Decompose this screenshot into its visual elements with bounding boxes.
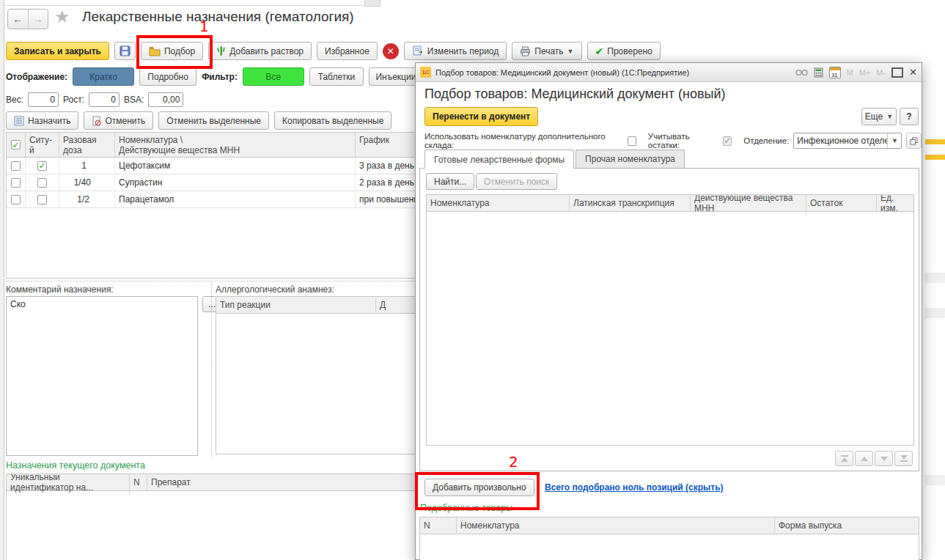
forward-button[interactable]: → [29,10,48,29]
cancel-button[interactable]: Отменить [84,111,153,130]
move-up-button[interactable] [855,451,873,466]
tab-ready-forms[interactable]: Готовые лекарственные формы [424,150,574,169]
bg-gray-fragment-1 [925,273,945,283]
more-caret-icon: ▼ [886,113,893,120]
find-button[interactable]: Найти... [426,173,474,190]
more-button[interactable]: Еще ▼ [861,108,897,125]
memory-mminus-button[interactable]: M- [876,68,886,77]
department-label: Отделение: [743,136,789,145]
transfer-to-document-button[interactable]: Перенести в документ [424,107,538,126]
bsa-input[interactable] [148,92,183,107]
dialog-heading: Подбор товаров: Медицинский документ (но… [424,86,726,102]
dialog-titlebar[interactable]: 1С Подбор товаров: Медицинский документ … [416,63,922,82]
cancel-selected-button[interactable]: Отменить выделенные [158,111,269,130]
podbor-label: Подбор [164,46,195,56]
row2-select-checkbox[interactable] [11,178,21,188]
allergy-col-type[interactable]: Тип реакции [216,298,376,312]
row2-name: Супрастин [115,174,356,191]
col-n[interactable]: N [130,475,147,490]
row2-situ-checkbox[interactable] [37,178,47,188]
select-all-checkbox[interactable]: ✓ [11,140,21,150]
col-cat-unit[interactable]: Ед. изм. [877,194,913,215]
podbor-dialog: 1С Подбор товаров: Медицинский документ … [415,62,922,560]
vertical-divider [211,283,212,457]
cancel-search-button[interactable]: Отменить поиск [476,173,557,190]
favorite-star-icon[interactable]: ★ [54,7,70,27]
podbor-button[interactable]: Подбор [141,42,203,60]
nav-buttons: ← → [7,9,48,29]
display-brief-button[interactable]: Кратко [73,67,134,86]
save-and-close-button[interactable]: Записать и закрыть [6,42,109,60]
calendar-icon[interactable]: 31 [829,67,841,78]
window-top-line [4,5,366,6]
row1-select-checkbox[interactable] [11,161,21,171]
col-nomenclature[interactable]: Номенклатура \Действующие вещества МНН [115,133,356,157]
copy-selected-button[interactable]: Копировать выделенные [274,111,391,130]
height-input[interactable] [89,92,119,107]
change-period-label: Изменить период [427,46,499,56]
filter-all-button[interactable]: Все [243,67,304,86]
open-copy-button[interactable] [906,133,922,149]
list-icon [14,116,24,126]
cancel-label: Отменить [105,116,145,126]
col-cat-latin[interactable]: Латинская транскрипция [570,196,691,210]
stock-checkbox[interactable]: ✓ [723,136,732,146]
window-top-notch [364,0,380,7]
assign-button[interactable]: Назначить [6,111,78,130]
cancel-doc-icon [92,116,101,126]
row1-situ-checkbox[interactable]: ✓ [37,161,47,171]
check-icon: ✔ [595,45,604,57]
display-detailed-button[interactable]: Подробно [139,67,196,86]
favorites-button[interactable]: Избранное [317,42,378,60]
copy-icon [910,137,918,145]
col-situational[interactable]: Ситу-й [26,133,59,157]
memory-m-button[interactable]: M [847,68,853,77]
col-uid[interactable]: Уникальный идентификатор на... [7,474,130,495]
save-button[interactable] [114,42,136,60]
col-cat-nomenclature[interactable]: Номенклатура [427,196,570,210]
move-top-button[interactable] [835,451,853,466]
move-bottom-button[interactable] [894,451,913,466]
row3-situ-checkbox[interactable] [37,195,47,205]
back-button[interactable]: ← [8,10,29,29]
change-period-button[interactable]: Изменить период [404,42,507,60]
bsa-label: BSA: [124,95,144,105]
col-dose[interactable]: Разоваядоза [59,133,115,157]
filter-tablets-button[interactable]: Таблетки [309,67,364,86]
comment-textarea[interactable]: Ско [6,296,198,456]
add-arbitrary-button[interactable]: Добавить произвольно [424,479,534,496]
delete-red-x-button[interactable]: ✕ [383,43,399,59]
department-dropdown-icon[interactable]: ▼ [887,133,901,148]
help-button[interactable]: ? [900,108,919,125]
iv-plant-icon [216,45,226,56]
weight-input[interactable] [28,92,59,107]
total-selected-link[interactable]: Всего подобрано ноль позиций (скрыть) [545,482,724,493]
glasses-icon[interactable] [795,68,808,76]
calculator-icon[interactable] [814,67,823,78]
add-solution-label: Добавить раствор [229,46,304,56]
move-down-button[interactable] [875,451,893,466]
print-button[interactable]: Печать ▼ [512,42,581,60]
folder-icon [149,46,161,56]
department-combobox[interactable]: Инфекционное отделен ▼ [793,133,902,149]
use-additional-label: Использовать номенклатуру дополнительног… [424,132,623,150]
verified-button[interactable]: ✔ Проверено [587,42,661,60]
selected-goods-title: Подобранные товары [420,503,512,513]
tab-other-nomenclature[interactable]: Прочая номенклатура [576,150,685,168]
col-sel-nomenclature[interactable]: Номенклатура [457,518,775,533]
use-additional-checkbox[interactable] [628,136,636,146]
close-icon[interactable]: ✕ [909,67,917,78]
col-sel-n[interactable]: N [420,518,457,533]
verified-label: Проверено [607,46,652,56]
col-cat-mnn[interactable]: Действующие вещества МНН [691,194,806,215]
col-cat-stock[interactable]: Остаток [806,196,877,210]
add-solution-button[interactable]: Добавить раствор [208,42,312,60]
col-sel-form[interactable]: Форма выпуска [775,518,919,533]
bg-gray-fragment-3 [925,475,945,485]
memory-mplus-button[interactable]: M+ [859,68,871,77]
stock-label: Учитывать остатки: [648,132,718,150]
1c-logo-icon: 1С [420,67,431,78]
height-label: Рост: [63,95,84,105]
maximize-icon[interactable] [891,67,903,78]
row3-select-checkbox[interactable] [11,195,21,205]
